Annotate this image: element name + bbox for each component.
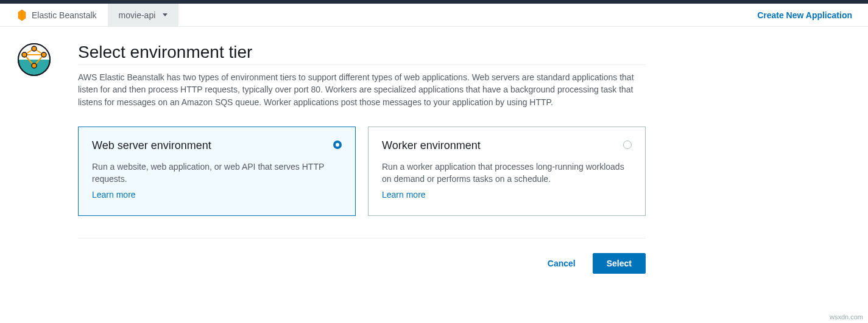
svg-point-9: [32, 46, 37, 51]
tier-description: Run a worker application that processes …: [382, 161, 632, 186]
breadcrumb: Elastic Beanstalk movie-api Create New A…: [0, 4, 868, 27]
page-description: AWS Elastic Beanstalk has two types of e…: [78, 71, 646, 108]
tier-card-web-server[interactable]: Web server environment Run a website, we…: [78, 127, 356, 217]
breadcrumb-service[interactable]: Elastic Beanstalk: [0, 4, 108, 26]
breadcrumb-application[interactable]: movie-api: [108, 4, 179, 26]
environment-tier-icon: [17, 43, 51, 77]
svg-point-7: [22, 52, 27, 57]
learn-more-link[interactable]: Learn more: [382, 190, 426, 200]
chevron-down-icon: [163, 13, 168, 16]
learn-more-link[interactable]: Learn more: [92, 190, 136, 200]
breadcrumb-application-label: movie-api: [119, 10, 156, 20]
main-content: Select environment tier AWS Elastic Bean…: [78, 43, 670, 292]
create-new-application-link[interactable]: Create New Application: [741, 4, 868, 26]
svg-point-8: [41, 52, 46, 57]
radio-unselected-icon[interactable]: [623, 141, 632, 149]
cancel-button[interactable]: Cancel: [535, 254, 588, 273]
tier-title: Web server environment: [92, 139, 342, 152]
footer-actions: Cancel Select: [78, 238, 646, 292]
svg-point-10: [32, 63, 37, 68]
tier-card-worker[interactable]: Worker environment Run a worker applicat…: [368, 127, 646, 217]
radio-selected-icon[interactable]: [333, 141, 342, 149]
tier-description: Run a website, web application, or web A…: [92, 161, 342, 186]
tier-title: Worker environment: [382, 139, 632, 152]
tier-options: Web server environment Run a website, we…: [78, 127, 646, 217]
page-body: Select environment tier AWS Elastic Bean…: [0, 27, 670, 292]
beanstalk-icon: [17, 9, 27, 21]
page-title: Select environment tier: [78, 43, 646, 65]
breadcrumb-service-label: Elastic Beanstalk: [32, 10, 97, 20]
select-button[interactable]: Select: [593, 253, 646, 274]
